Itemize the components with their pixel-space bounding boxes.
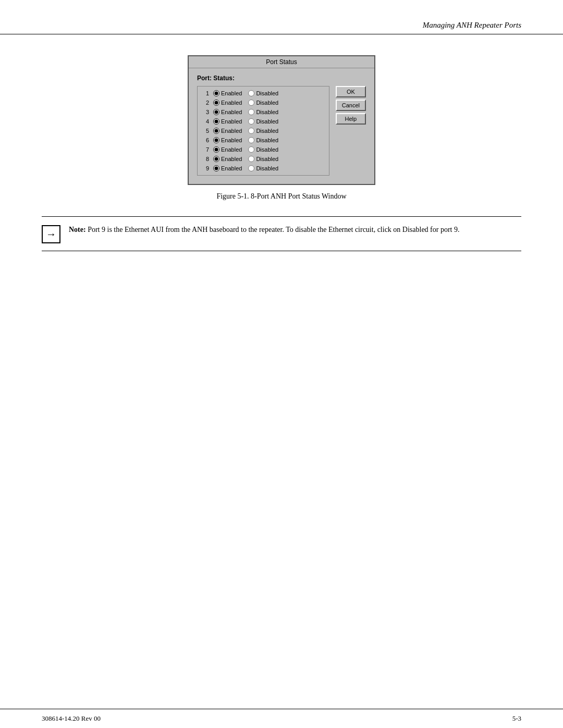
help-button[interactable]: Help (336, 113, 366, 125)
enabled-radio-label[interactable]: Enabled (213, 109, 242, 115)
port-row: 7EnabledDisabled (198, 145, 329, 154)
disabled-radio-label[interactable]: Disabled (248, 165, 278, 171)
footer-left: 308614-14.20 Rev 00 (42, 714, 101, 723)
disabled-label: Disabled (256, 165, 278, 171)
port-number: 6 (202, 137, 209, 143)
enabled-radio[interactable] (213, 165, 219, 171)
disabled-label: Disabled (256, 100, 278, 106)
port-number: 3 (202, 109, 209, 115)
dialog-ports-area: 1EnabledDisabled2EnabledDisabled3Enabled… (197, 86, 366, 176)
note-text: Note: Port 9 is the Ethernet AUI from th… (69, 224, 460, 235)
port-row: 3EnabledDisabled (198, 107, 329, 117)
disabled-label: Disabled (256, 137, 278, 143)
enabled-label: Enabled (221, 156, 242, 162)
disabled-radio[interactable] (248, 90, 254, 96)
note-box: → Note: Port 9 is the Ethernet AUI from … (42, 216, 521, 251)
disabled-radio[interactable] (248, 137, 254, 143)
disabled-radio-label[interactable]: Disabled (248, 100, 278, 106)
disabled-radio[interactable] (248, 165, 254, 171)
port-row: 1EnabledDisabled (198, 89, 329, 98)
enabled-radio-label[interactable]: Enabled (213, 156, 242, 162)
enabled-radio[interactable] (213, 156, 219, 162)
enabled-radio[interactable] (213, 128, 219, 134)
disabled-radio-label[interactable]: Disabled (248, 118, 278, 125)
dialog-buttons: OK Cancel Help (336, 86, 366, 125)
cancel-button[interactable]: Cancel (336, 100, 366, 111)
enabled-label: Enabled (221, 165, 242, 171)
figure-caption: Figure 5-1. 8-Port ANH Port Status Windo… (216, 192, 346, 201)
disabled-radio[interactable] (248, 156, 254, 162)
disabled-radio[interactable] (248, 100, 254, 106)
enabled-radio[interactable] (213, 146, 219, 153)
page-container: Managing ANH Repeater Ports Port Status … (0, 0, 563, 728)
enabled-label: Enabled (221, 109, 242, 115)
port-row: 5EnabledDisabled (198, 126, 329, 135)
page-header-title: Managing ANH Repeater Ports (423, 21, 521, 30)
ok-button[interactable]: OK (336, 86, 366, 97)
disabled-label: Disabled (256, 118, 278, 125)
port-number: 4 (202, 118, 209, 125)
enabled-radio-label[interactable]: Enabled (213, 165, 242, 171)
enabled-radio-label[interactable]: Enabled (213, 128, 242, 134)
enabled-radio-label[interactable]: Enabled (213, 137, 242, 143)
enabled-radio[interactable] (213, 137, 219, 143)
port-number: 7 (202, 146, 209, 153)
note-arrow-icon: → (42, 225, 60, 243)
port-row: 9EnabledDisabled (198, 164, 329, 173)
disabled-label: Disabled (256, 109, 278, 115)
enabled-radio[interactable] (213, 118, 219, 125)
disabled-radio-label[interactable]: Disabled (248, 90, 278, 96)
port-number: 2 (202, 100, 209, 106)
port-row: 4EnabledDisabled (198, 117, 329, 126)
enabled-label: Enabled (221, 128, 242, 134)
dialog-titlebar: Port Status (189, 56, 374, 68)
enabled-radio[interactable] (213, 90, 219, 96)
footer-right: 5-3 (512, 714, 521, 723)
disabled-radio-label[interactable]: Disabled (248, 146, 278, 153)
note-body: Port 9 is the Ethernet AUI from the ANH … (88, 226, 459, 233)
enabled-radio-label[interactable]: Enabled (213, 100, 242, 106)
disabled-label: Disabled (256, 90, 278, 96)
dialog-body: Port: Status: 1EnabledDisabled2EnabledDi… (189, 68, 374, 184)
port-row: 8EnabledDisabled (198, 154, 329, 164)
enabled-radio[interactable] (213, 109, 219, 115)
enabled-label: Enabled (221, 137, 242, 143)
disabled-radio[interactable] (248, 146, 254, 153)
dialog-section-label: Port: Status: (197, 75, 366, 82)
port-row: 2EnabledDisabled (198, 98, 329, 107)
disabled-label: Disabled (256, 156, 278, 162)
enabled-radio[interactable] (213, 100, 219, 106)
enabled-radio-label[interactable]: Enabled (213, 90, 242, 96)
port-row: 6EnabledDisabled (198, 135, 329, 145)
page-content: Port Status Port: Status: 1EnabledDisabl… (0, 34, 563, 709)
disabled-radio[interactable] (248, 109, 254, 115)
dialog-window: Port Status Port: Status: 1EnabledDisabl… (188, 55, 375, 185)
port-number: 1 (202, 90, 209, 96)
ports-list: 1EnabledDisabled2EnabledDisabled3Enabled… (197, 86, 329, 176)
enabled-label: Enabled (221, 90, 242, 96)
enabled-label: Enabled (221, 118, 242, 125)
port-number: 8 (202, 156, 209, 162)
disabled-radio[interactable] (248, 118, 254, 125)
enabled-radio-label[interactable]: Enabled (213, 118, 242, 125)
disabled-radio-label[interactable]: Disabled (248, 156, 278, 162)
disabled-radio-label[interactable]: Disabled (248, 137, 278, 143)
port-number: 9 (202, 165, 209, 171)
enabled-label: Enabled (221, 100, 242, 106)
disabled-label: Disabled (256, 146, 278, 153)
note-label: Note: (69, 226, 86, 233)
disabled-label: Disabled (256, 128, 278, 134)
page-header: Managing ANH Repeater Ports (0, 0, 563, 34)
disabled-radio-label[interactable]: Disabled (248, 128, 278, 134)
disabled-radio-label[interactable]: Disabled (248, 109, 278, 115)
enabled-label: Enabled (221, 146, 242, 153)
page-footer: 308614-14.20 Rev 00 5-3 (0, 709, 563, 728)
disabled-radio[interactable] (248, 128, 254, 134)
enabled-radio-label[interactable]: Enabled (213, 146, 242, 153)
port-number: 5 (202, 128, 209, 134)
